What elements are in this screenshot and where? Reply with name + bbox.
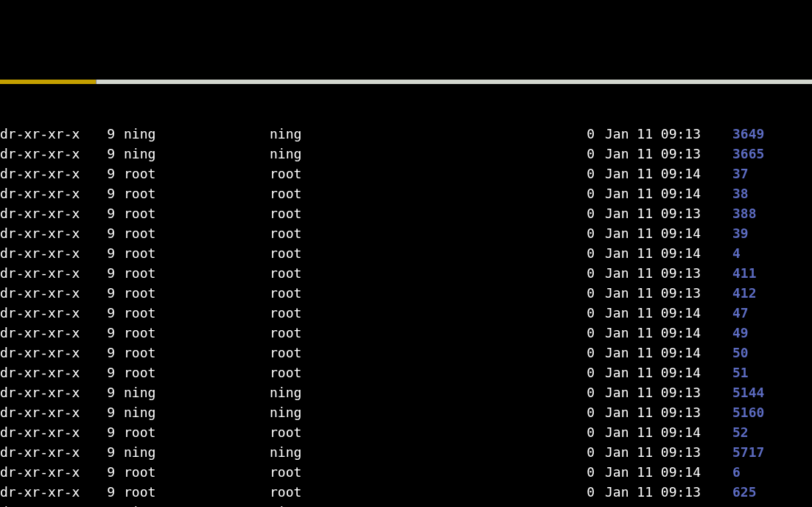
group: ning <box>270 382 578 402</box>
filename: 3665 <box>724 144 764 164</box>
filename: 4 <box>724 243 741 263</box>
permissions: dr-xr-xr-x <box>0 263 88 283</box>
ls-row: dr-xr-xr-x9ningning0Jan 11 09:135144 <box>0 382 812 402</box>
filename: 49 <box>724 323 749 343</box>
permissions: dr-xr-xr-x <box>0 223 88 243</box>
group: ning <box>270 402 578 422</box>
permissions: dr-xr-xr-x <box>0 462 88 482</box>
filename: 388 <box>724 203 757 223</box>
filename: 411 <box>724 263 757 283</box>
date: Jan 11 09:13 <box>595 482 724 502</box>
date: Jan 11 09:14 <box>595 164 724 183</box>
owner: root <box>115 323 270 343</box>
group: root <box>270 343 578 363</box>
owner: root <box>115 482 270 502</box>
permissions: dr-xr-xr-x <box>0 422 88 442</box>
group: ning <box>270 442 578 462</box>
ls-row: dr-xr-xr-x9rootroot0Jan 11 09:1450 <box>0 343 812 363</box>
size: 0 <box>578 164 595 183</box>
link-count: 9 <box>88 223 115 243</box>
link-count: 9 <box>88 382 115 402</box>
link-count: 9 <box>88 144 115 164</box>
date: Jan 11 09:13 <box>595 382 724 402</box>
filename: 5160 <box>724 402 764 422</box>
date: Jan 11 09:14 <box>595 243 724 263</box>
ls-row: dr-xr-xr-x9ningning0Jan 11 09:133649 <box>0 124 812 144</box>
permissions: dr-xr-xr-x <box>0 482 88 502</box>
date: Jan 11 09:14 <box>595 323 724 343</box>
permissions: dr-xr-xr-x <box>0 502 88 507</box>
group: root <box>270 462 578 482</box>
owner: root <box>115 263 270 283</box>
date: Jan 11 09:13 <box>595 442 724 462</box>
size: 0 <box>578 183 595 203</box>
filename: 6405 <box>724 502 764 507</box>
size: 0 <box>578 283 595 303</box>
ls-row: dr-xr-xr-x9ningning0Jan 11 09:136405 <box>0 502 812 507</box>
owner: ning <box>115 442 270 462</box>
owner: root <box>115 183 270 203</box>
owner: root <box>115 303 270 323</box>
group: root <box>270 164 578 183</box>
top-bar-segment-gold <box>0 80 96 84</box>
group: root <box>270 422 578 442</box>
size: 0 <box>578 243 595 263</box>
size: 0 <box>578 442 595 462</box>
ls-row: dr-xr-xr-x9rootroot0Jan 11 09:1439 <box>0 223 812 243</box>
size: 0 <box>578 203 595 223</box>
filename: 6 <box>724 462 741 482</box>
owner: ning <box>115 502 270 507</box>
owner: root <box>115 223 270 243</box>
size: 0 <box>578 303 595 323</box>
permissions: dr-xr-xr-x <box>0 203 88 223</box>
ls-row: dr-xr-xr-x9rootroot0Jan 11 09:13625 <box>0 482 812 502</box>
size: 0 <box>578 422 595 442</box>
date: Jan 11 09:13 <box>595 502 724 507</box>
ls-row: dr-xr-xr-x9rootroot0Jan 11 09:1438 <box>0 183 812 203</box>
ls-row: dr-xr-xr-x9rootroot0Jan 11 09:13388 <box>0 203 812 223</box>
link-count: 9 <box>88 183 115 203</box>
link-count: 9 <box>88 203 115 223</box>
filename: 3649 <box>724 124 764 144</box>
size: 0 <box>578 502 595 507</box>
ls-row: dr-xr-xr-x9rootroot0Jan 11 09:1449 <box>0 323 812 343</box>
window-top-bar <box>0 80 812 84</box>
filename: 5144 <box>724 382 764 402</box>
permissions: dr-xr-xr-x <box>0 363 88 382</box>
size: 0 <box>578 263 595 283</box>
permissions: dr-xr-xr-x <box>0 303 88 323</box>
link-count: 9 <box>88 263 115 283</box>
ls-row: dr-xr-xr-x9rootroot0Jan 11 09:1447 <box>0 303 812 323</box>
date: Jan 11 09:14 <box>595 422 724 442</box>
link-count: 9 <box>88 482 115 502</box>
owner: root <box>115 462 270 482</box>
link-count: 9 <box>88 283 115 303</box>
permissions: dr-xr-xr-x <box>0 382 88 402</box>
terminal-output[interactable]: dr-xr-xr-x9ningning0Jan 11 09:133649dr-x… <box>0 124 812 507</box>
link-count: 9 <box>88 164 115 183</box>
permissions: dr-xr-xr-x <box>0 283 88 303</box>
owner: ning <box>115 124 270 144</box>
owner: ning <box>115 402 270 422</box>
group: root <box>270 223 578 243</box>
date: Jan 11 09:14 <box>595 303 724 323</box>
size: 0 <box>578 402 595 422</box>
size: 0 <box>578 144 595 164</box>
filename: 37 <box>724 164 749 183</box>
date: Jan 11 09:14 <box>595 223 724 243</box>
date: Jan 11 09:13 <box>595 203 724 223</box>
top-bar-segment-gray <box>96 80 812 84</box>
date: Jan 11 09:13 <box>595 402 724 422</box>
group: root <box>270 303 578 323</box>
link-count: 9 <box>88 343 115 363</box>
filename: 50 <box>724 343 749 363</box>
filename: 625 <box>724 482 757 502</box>
filename: 38 <box>724 183 749 203</box>
ls-row: dr-xr-xr-x9ningning0Jan 11 09:135717 <box>0 442 812 462</box>
owner: root <box>115 422 270 442</box>
date: Jan 11 09:13 <box>595 124 724 144</box>
group: root <box>270 283 578 303</box>
permissions: dr-xr-xr-x <box>0 442 88 462</box>
owner: root <box>115 363 270 382</box>
date: Jan 11 09:14 <box>595 183 724 203</box>
